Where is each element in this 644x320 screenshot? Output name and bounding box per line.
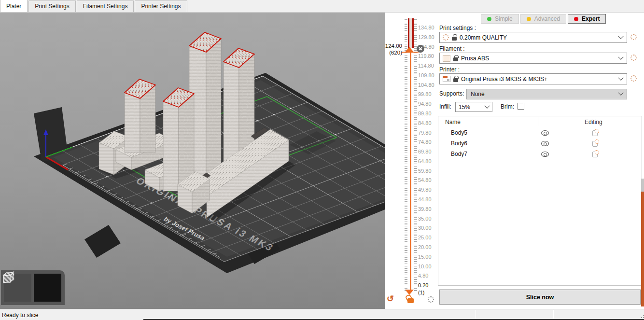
status-bar: Ready to slice [0, 309, 644, 320]
slider-selected-range[interactable] [408, 18, 414, 48]
slider-settings-gear-icon[interactable] [428, 296, 434, 303]
mode-expert-button[interactable]: Expert [568, 14, 606, 24]
object-row[interactable]: Body5 [438, 127, 642, 138]
eye-visibility-icon[interactable] [541, 141, 549, 146]
tab-printer-settings[interactable]: Printer Settings [135, 0, 187, 12]
supports-label: Supports: [439, 90, 464, 97]
unlock-icon[interactable] [407, 298, 414, 303]
infill-select[interactable]: 15% [455, 102, 492, 112]
eye-visibility-icon[interactable] [541, 130, 549, 136]
layer-tick-label: 54.80 [418, 177, 432, 183]
status-text: Ready to slice [2, 312, 38, 319]
print-settings-value: 0.20mm QUALITY [460, 34, 616, 41]
layer-tick-label: 94.80 [418, 101, 432, 107]
layer-tick-label: 10.00 [418, 264, 432, 269]
object-rows: Body5Body6Body7 [438, 127, 642, 159]
layer-slider: 124.00 (620) 134.80129.80124.80119.80114… [385, 13, 438, 309]
column-divider [538, 117, 538, 126]
tab-bar: Plater Print Settings Filament Settings … [0, 0, 644, 13]
slider-ticks-right [414, 19, 417, 292]
printer-gear-button[interactable] [630, 75, 637, 82]
layer-tick-label: 119.80 [418, 53, 434, 59]
filament-label: Filament : [439, 45, 465, 52]
object-name: Body7 [451, 151, 467, 157]
column-name: Name [445, 119, 461, 125]
chevron-down-icon [618, 33, 623, 39]
filament-value: Prusa ABS [461, 55, 616, 62]
object-list-header: Name Editing [438, 116, 642, 127]
lock-icon [453, 78, 458, 82]
object-row[interactable]: Body6 [438, 138, 642, 149]
layer-tick-label: 44.80 [418, 196, 432, 202]
chevron-down-icon [618, 75, 623, 80]
filament-gear-button[interactable] [630, 55, 637, 61]
layer-tick-label: 39.80 [418, 206, 432, 212]
layer-tick-label: 4.80 [418, 273, 428, 278]
object-row[interactable]: Body7 [438, 149, 642, 159]
eye-visibility-icon[interactable] [541, 152, 549, 157]
printer-value: Original Prusa i3 MK3S & MK3S+ [461, 76, 616, 83]
lock-icon [453, 57, 458, 61]
edit-settings-icon[interactable] [592, 141, 598, 147]
slider-footer: ↻ [385, 294, 438, 307]
printer-combo[interactable]: Original Prusa i3 MK3S & MK3S+ [439, 73, 627, 84]
undo-icon[interactable]: ↻ [387, 293, 394, 304]
filament-color-swatch [443, 55, 450, 62]
upper-handle-value: 124.00 [385, 43, 402, 49]
tab-plater[interactable]: Plater [0, 0, 28, 12]
prusaslicer-window: Plater Print Settings Filament Settings … [0, 0, 644, 320]
slider-ticks-left [405, 19, 407, 292]
chevron-down-icon [618, 54, 623, 59]
lock-icon [452, 37, 457, 41]
supports-row: Supports: None [439, 89, 634, 99]
layer-tick-label: 84.80 [418, 120, 432, 126]
profile-gear-icon [443, 34, 449, 41]
mode-switch: Simple Advanced Expert [481, 14, 606, 24]
preview-view-button[interactable] [34, 274, 61, 302]
3d-viewport[interactable]: ORIGINAL PRUSA i3 MK3by Josef Prusa [0, 13, 385, 309]
mode-simple-button[interactable]: Simple [481, 14, 519, 24]
edit-settings-icon[interactable] [592, 152, 598, 157]
view-switch-bar [1, 270, 65, 305]
brim-label: Brim: [501, 103, 514, 110]
infill-value: 15% [459, 104, 485, 111]
infill-row: Infill: 15% Brim: [439, 103, 634, 113]
supports-value: None [471, 91, 619, 97]
status-divider [476, 310, 476, 320]
background-window-strip [641, 192, 644, 306]
layers-icon [1, 270, 16, 285]
filament-combo[interactable]: Prusa ABS [439, 53, 627, 64]
layer-tick-label: 20.00 [418, 244, 432, 250]
settings-panel: Simple Advanced Expert Print settings : … [438, 13, 644, 309]
slider-track[interactable] [410, 51, 411, 292]
layer-tick-label: 109.80 [418, 72, 434, 78]
layer-tick-label: 25.00 [418, 235, 432, 240]
mode-expert-label: Expert [582, 15, 600, 22]
print-settings-gear-button[interactable] [630, 34, 637, 40]
mode-advanced-button[interactable]: Advanced [520, 14, 566, 24]
delete-tick-button[interactable] [417, 45, 424, 53]
resize-grip-icon[interactable] [641, 317, 642, 318]
status-divider [553, 310, 554, 320]
tab-filament-settings[interactable]: Filament Settings [77, 0, 134, 12]
layer-tick-label: 49.80 [418, 187, 432, 193]
chevron-down-icon [484, 103, 490, 108]
printer-icon [443, 76, 450, 82]
layer-tick-label: 99.80 [418, 91, 432, 97]
background-window-strip [641, 179, 644, 192]
layer-tick-label: 104.80 [418, 82, 434, 88]
object-list: Name Editing Body5Body6Body7 [438, 116, 642, 286]
tab-print-settings[interactable]: Print Settings [28, 0, 75, 12]
chevron-down-icon [618, 90, 623, 96]
layer-tick-label: 129.80 [418, 34, 434, 40]
layer-tick-label: 0.20 [418, 282, 428, 288]
upper-handle-layer: (620) [385, 50, 402, 56]
print-settings-combo[interactable]: 0.20mm QUALITY [439, 32, 627, 43]
layer-tick-label: 30.00 [418, 225, 432, 231]
printer-label: Printer : [439, 66, 460, 73]
supports-select[interactable]: None [466, 89, 627, 99]
column-editing: Editing [585, 119, 602, 125]
slice-now-button[interactable]: Slice now [439, 290, 641, 305]
brim-checkbox[interactable] [518, 103, 524, 110]
edit-settings-icon[interactable] [592, 130, 598, 136]
